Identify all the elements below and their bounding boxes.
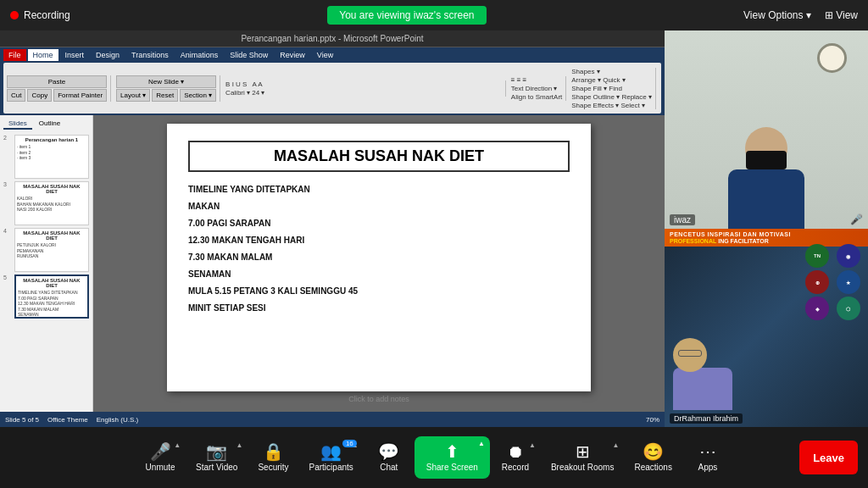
slide-line-5: SENAMAN: [188, 269, 570, 280]
person2-body: [673, 368, 732, 410]
start-video-button[interactable]: ▲ 📷 Start Video: [186, 438, 248, 477]
leave-button[interactable]: Leave: [799, 441, 858, 474]
reset-btn[interactable]: Reset: [152, 89, 178, 102]
slide-title: MASALAH SUSAH NAK DIET: [188, 141, 570, 172]
video2-banner-text: PENCETUS INSPIRASI DAN MOTIVASI: [670, 231, 863, 237]
video-bottom: PENCETUS INSPIRASI DAN MOTIVASI PROFESSI…: [665, 229, 868, 427]
video-name-1: iwaz: [670, 214, 695, 225]
security-icon: 🔒: [263, 443, 284, 460]
breakout-caret: ▲: [613, 441, 620, 449]
new-slide-btn[interactable]: New Slide ▾: [116, 75, 216, 88]
copy-btn[interactable]: Copy: [27, 89, 52, 102]
participants-badge: 16: [342, 440, 357, 447]
view-options-button[interactable]: View Options ▾: [743, 9, 811, 21]
share-screen-caret: ▲: [478, 440, 485, 447]
chat-label: Chat: [380, 463, 398, 472]
toolbar: ▲ 🎤 Unmute ▲ 📷 Start Video 🔒 Security ▲ …: [0, 427, 868, 488]
breakout-rooms-button[interactable]: ▲ ⊞ Breakout Rooms: [541, 438, 624, 477]
share-screen-icon: ⬆: [445, 443, 459, 460]
video-caret: ▲: [236, 441, 242, 449]
ribbon-tab-home[interactable]: Home: [28, 49, 58, 61]
person2-head: [673, 338, 707, 372]
ppt-titlebar: Perancangan harian.pptx - Microsoft Powe…: [0, 30, 665, 47]
apps-button[interactable]: ⋯ Apps: [682, 438, 733, 477]
record-button[interactable]: ▲ ⏺ Record: [490, 438, 541, 477]
paste-btn[interactable]: Paste: [7, 75, 107, 88]
start-video-label: Start Video: [196, 463, 237, 472]
unmute-caret: ▲: [174, 441, 181, 449]
share-screen-button[interactable]: ▲ ⬆ Share Screen: [415, 436, 490, 479]
person-1: [728, 127, 804, 229]
ppt-ribbon: File Home Insert Design Transitions Anim…: [0, 47, 665, 115]
slide-thumb-5[interactable]: 5 MASALAH SUSAH NAK DIET TIMELINE YANG D…: [3, 274, 89, 319]
logo-3: ⊕: [805, 270, 829, 294]
recording-label: Recording: [24, 9, 70, 21]
status-zoom: 70%: [646, 416, 659, 424]
outline-tab[interactable]: Outline: [34, 119, 65, 130]
ppt-body: Slides Outline 2 Perancangan harian 1 · …: [0, 115, 665, 412]
top-bar: Recording You are viewing iwaz's screen …: [0, 0, 868, 30]
reactions-label: Reactions: [634, 463, 671, 472]
format-painter-btn[interactable]: Format Painter: [53, 89, 107, 102]
viewing-banner: You are viewing iwaz's screen: [327, 6, 486, 25]
apps-icon: ⋯: [699, 443, 716, 460]
reactions-button[interactable]: 😊 Reactions: [624, 438, 682, 477]
ribbon-tabs: File Home Insert Design Transitions Anim…: [3, 49, 661, 61]
person-2-area: [673, 338, 732, 410]
ribbon-tab-file[interactable]: File: [3, 49, 26, 61]
slide-line-4: 7.30 MAKAN MALAM: [188, 252, 570, 263]
status-lang: English (U.S.): [97, 416, 138, 424]
security-button[interactable]: 🔒 Security: [248, 438, 298, 477]
record-label: Record: [502, 463, 529, 472]
slides-group: New Slide ▾ Layout ▾ Reset Section ▾: [116, 75, 220, 102]
main-content: Perancangan harian.pptx - Microsoft Powe…: [0, 30, 868, 427]
slide-thumb-2[interactable]: 2 Perancangan harian 1 · item 1· item 2·…: [3, 135, 89, 179]
ribbon-tab-transitions[interactable]: Transitions: [126, 49, 174, 61]
unmute-label: Unmute: [146, 463, 175, 472]
ribbon-content: Paste Cut Copy Format Painter New Slide …: [3, 63, 661, 114]
unmute-button[interactable]: ▲ 🎤 Unmute: [135, 438, 186, 477]
ribbon-tab-view[interactable]: View: [312, 49, 338, 61]
layout-btn[interactable]: Layout ▾: [116, 89, 150, 102]
breakout-rooms-label: Breakout Rooms: [551, 463, 614, 472]
security-label: Security: [258, 463, 288, 472]
reactions-icon: 😊: [643, 443, 664, 460]
start-video-icon: 📷: [206, 443, 227, 460]
recording-dot: [10, 11, 19, 19]
mic-icon-1: 🎤: [850, 214, 863, 225]
mask-1: [746, 151, 787, 169]
ribbon-tab-slideshow[interactable]: Slide Show: [225, 49, 273, 61]
section-btn[interactable]: Section ▾: [180, 89, 216, 102]
slide-line-2: 7.00 PAGI SARAPAN: [188, 218, 570, 230]
slide-line-3: 12.30 MAKAN TENGAH HARI: [188, 235, 570, 247]
video-top: iwaz 🎤: [665, 30, 868, 229]
participants-label: Participants: [309, 463, 353, 472]
slide-thumb-3[interactable]: 3 MASALAH SUSAH NAK DIET KALORIBAHAN MAK…: [3, 181, 89, 225]
status-slide: Slide 5 of 5: [5, 416, 39, 424]
ppt-title: Perancangan harian.pptx - Microsoft Powe…: [241, 34, 423, 43]
ppt-statusbar: Slide 5 of 5 Office Theme English (U.S.)…: [0, 412, 665, 427]
slide-line-7: MINIT SETIAP SESI: [188, 302, 570, 314]
ribbon-tab-insert[interactable]: Insert: [60, 49, 90, 61]
video2-sub: ING FACILITATOR: [718, 238, 769, 244]
clipboard-group: Paste Cut Copy Format Painter: [7, 75, 111, 102]
bg-clock: [817, 43, 847, 73]
slide-notes[interactable]: Click to add notes: [348, 395, 409, 403]
view-button[interactable]: ⊞ View: [825, 9, 858, 21]
video-panel: iwaz 🎤 PENCETUS INSPIRASI DAN MOTIVASI P…: [665, 30, 868, 427]
ribbon-tab-review[interactable]: Review: [275, 49, 310, 61]
breakout-rooms-icon: ⊞: [576, 443, 590, 460]
slides-tab[interactable]: Slides: [3, 119, 32, 130]
cut-btn[interactable]: Cut: [7, 89, 25, 102]
unmute-icon: 🎤: [150, 443, 171, 460]
slide-panel-tabs: Slides Outline: [3, 119, 89, 130]
ribbon-tab-animations[interactable]: Animations: [175, 49, 224, 61]
video2-profession: PROFESSIONAL: [670, 238, 716, 244]
logo-5: ◈: [805, 297, 829, 320]
slide-thumb-4[interactable]: 4 MASALAH SUSAH NAK DIET PETUNJUK KALORI…: [3, 228, 89, 272]
ribbon-tab-design[interactable]: Design: [91, 49, 125, 61]
record-icon: ⏺: [507, 443, 524, 460]
logo-2: ◉: [837, 244, 860, 268]
participants-button[interactable]: ▲ 16 👥 Participants: [299, 438, 364, 477]
chat-button[interactable]: 💬 Chat: [364, 438, 415, 477]
